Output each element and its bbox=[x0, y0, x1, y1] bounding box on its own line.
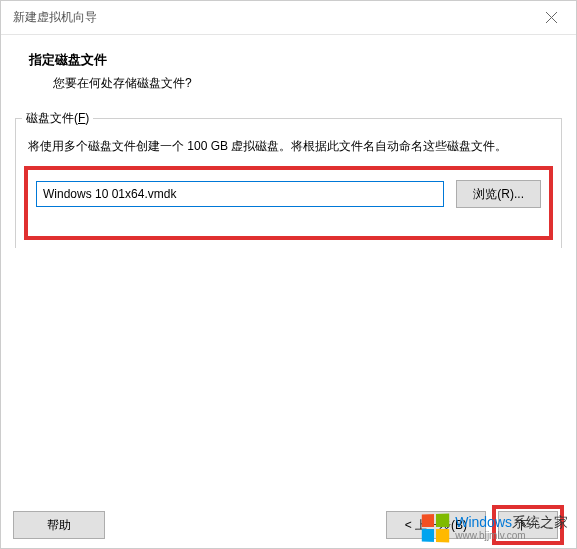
disk-file-fieldset: 磁盘文件(F) 将使用多个磁盘文件创建一个 100 GB 虚拟磁盘。将根据此文件… bbox=[15, 118, 562, 248]
next-button[interactable]: 下一 bbox=[498, 511, 558, 539]
close-icon bbox=[546, 12, 557, 23]
window-title: 新建虚拟机向导 bbox=[13, 9, 97, 26]
fieldset-wrap: 磁盘文件(F) 将使用多个磁盘文件创建一个 100 GB 虚拟磁盘。将根据此文件… bbox=[1, 110, 576, 248]
close-button[interactable] bbox=[536, 4, 566, 32]
page-title: 指定磁盘文件 bbox=[29, 51, 548, 69]
disk-file-input[interactable] bbox=[36, 181, 444, 207]
disk-description: 将使用多个磁盘文件创建一个 100 GB 虚拟磁盘。将根据此文件名自动命名这些磁… bbox=[24, 131, 553, 166]
titlebar: 新建虚拟机向导 bbox=[1, 1, 576, 35]
button-bar: 帮助 < 上一步(B) 下一 bbox=[1, 502, 576, 548]
wizard-window: 新建虚拟机向导 指定磁盘文件 您要在何处存储磁盘文件? 磁盘文件(F) 将使用多… bbox=[0, 0, 577, 549]
header-section: 指定磁盘文件 您要在何处存储磁盘文件? bbox=[1, 35, 576, 110]
fieldset-legend: 磁盘文件(F) bbox=[22, 110, 93, 127]
input-row-highlight: 浏览(R)... bbox=[24, 166, 553, 240]
back-button[interactable]: < 上一步(B) bbox=[386, 511, 486, 539]
browse-button[interactable]: 浏览(R)... bbox=[456, 180, 541, 208]
help-button[interactable]: 帮助 bbox=[13, 511, 105, 539]
next-button-highlight: 下一 bbox=[492, 505, 564, 545]
page-subtitle: 您要在何处存储磁盘文件? bbox=[53, 75, 548, 92]
